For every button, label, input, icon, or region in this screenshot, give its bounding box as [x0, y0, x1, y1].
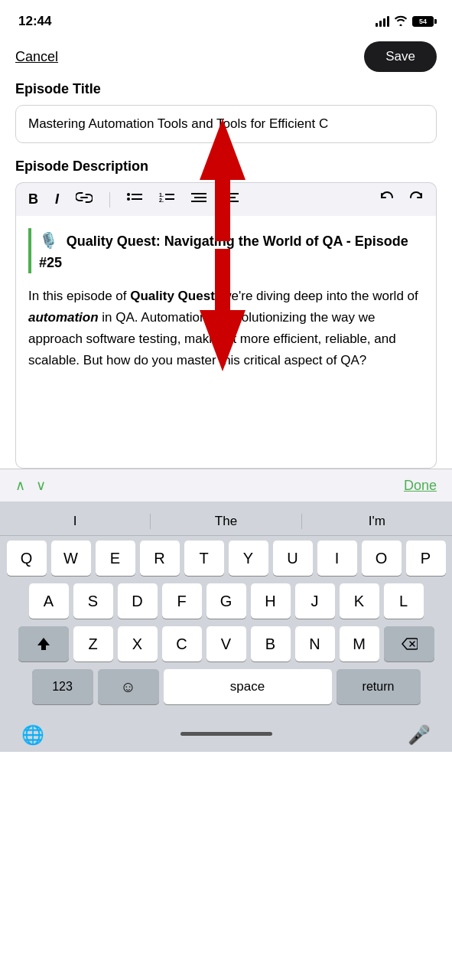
- episode-title-input[interactable]: [15, 105, 437, 143]
- svg-rect-10: [191, 201, 206, 202]
- shift-button[interactable]: [18, 626, 69, 662]
- description-editor[interactable]: 🎙️ Quality Quest: Navigating the World o…: [15, 216, 437, 469]
- svg-rect-6: [165, 194, 174, 195]
- nav-up-button[interactable]: ∧: [15, 477, 25, 494]
- delete-button[interactable]: [384, 626, 434, 662]
- return-button[interactable]: return: [337, 669, 421, 704]
- nav-down-button[interactable]: ∨: [36, 477, 46, 494]
- key-t[interactable]: T: [184, 541, 224, 576]
- unordered-list-button[interactable]: [124, 190, 145, 209]
- svg-text:1.: 1.: [159, 192, 164, 198]
- episode-heading: 🎙️ Quality Quest: Navigating the World o…: [28, 228, 424, 273]
- svg-point-1: [127, 198, 130, 201]
- episode-description-label: Episode Description: [15, 158, 437, 175]
- wifi-icon: [394, 15, 408, 28]
- rich-text-toolbar: B I: [15, 182, 437, 216]
- key-p[interactable]: P: [406, 541, 446, 576]
- body-text-1: In this episode of: [28, 289, 130, 303]
- toolbar-right: [376, 189, 427, 210]
- keyboard-rows: Q W E R T Y U I O P A S D F G H J K: [0, 536, 452, 715]
- description-body: In this episode of Quality Quest, we're …: [28, 286, 424, 371]
- key-h[interactable]: H: [251, 583, 291, 619]
- italic-button[interactable]: I: [52, 190, 62, 209]
- key-row-4: 123 ☺ space return: [3, 669, 449, 704]
- predictive-bar: I The I'm: [0, 508, 452, 536]
- key-s[interactable]: S: [73, 583, 113, 619]
- key-i[interactable]: I: [317, 541, 357, 576]
- done-button[interactable]: Done: [404, 478, 437, 494]
- battery-icon: 54: [412, 16, 434, 27]
- key-e[interactable]: E: [96, 541, 135, 576]
- key-b[interactable]: B: [251, 626, 291, 662]
- svg-marker-16: [37, 638, 50, 650]
- svg-point-0: [127, 193, 130, 196]
- home-indicator: [44, 727, 408, 743]
- body-italic-bold: automation: [28, 310, 99, 325]
- key-m[interactable]: M: [340, 626, 379, 662]
- toolbar-separator: [109, 192, 110, 207]
- key-f[interactable]: F: [162, 583, 202, 619]
- save-button[interactable]: Save: [364, 41, 437, 72]
- redo-button[interactable]: [405, 189, 427, 210]
- cancel-button[interactable]: Cancel: [15, 49, 58, 65]
- link-button[interactable]: [73, 190, 96, 209]
- undo-button[interactable]: [376, 189, 398, 210]
- key-w[interactable]: W: [51, 541, 91, 576]
- body-bold-1: Quality Quest: [130, 289, 215, 303]
- space-button[interactable]: space: [164, 669, 332, 704]
- outdent-button[interactable]: [220, 190, 242, 209]
- nav-arrows: ∧ ∨: [15, 477, 46, 494]
- key-row-3: Z X C V B N M: [3, 626, 449, 662]
- key-v[interactable]: V: [206, 626, 246, 662]
- key-a[interactable]: A: [29, 583, 69, 619]
- key-d[interactable]: D: [118, 583, 158, 619]
- svg-rect-9: [194, 197, 206, 198]
- predictive-word-3[interactable]: I'm: [302, 514, 452, 529]
- key-g[interactable]: G: [206, 583, 246, 619]
- bold-button[interactable]: B: [25, 190, 41, 209]
- key-row-2: A S D F G H J K L: [3, 583, 449, 619]
- svg-rect-3: [132, 198, 142, 200]
- predictive-word-2[interactable]: The: [151, 514, 301, 529]
- key-y[interactable]: Y: [229, 541, 268, 576]
- key-x[interactable]: X: [118, 626, 158, 662]
- key-z[interactable]: Z: [73, 626, 113, 662]
- key-j[interactable]: J: [295, 583, 335, 619]
- status-bar: 12:44 54: [0, 0, 452, 38]
- toolbar-left: B I: [25, 190, 242, 209]
- key-c[interactable]: C: [162, 626, 202, 662]
- key-l[interactable]: L: [384, 583, 424, 619]
- svg-rect-7: [165, 198, 174, 200]
- home-bar: [180, 732, 272, 736]
- svg-rect-2: [132, 194, 142, 195]
- globe-icon[interactable]: 🌐: [21, 724, 44, 746]
- key-n[interactable]: N: [295, 626, 335, 662]
- indent-button[interactable]: [188, 190, 210, 209]
- status-icons: 54: [376, 15, 434, 28]
- svg-rect-11: [223, 193, 239, 194]
- key-q[interactable]: Q: [7, 541, 47, 576]
- emoji-button[interactable]: ☺: [98, 669, 159, 704]
- signal-icon: [376, 16, 389, 27]
- form-content: Episode Title Episode Description B I: [0, 81, 452, 469]
- key-k[interactable]: K: [340, 583, 379, 619]
- key-u[interactable]: U: [273, 541, 313, 576]
- mic-emoji: 🎙️: [39, 232, 58, 249]
- svg-rect-8: [191, 193, 206, 194]
- key-r[interactable]: R: [140, 541, 180, 576]
- nav-bar: Cancel Save: [0, 38, 452, 81]
- episode-title-label: Episode Title: [15, 81, 437, 97]
- svg-text:2.: 2.: [159, 198, 164, 203]
- predictive-word-1[interactable]: I: [0, 514, 150, 529]
- ordered-list-button[interactable]: 1. 2.: [156, 190, 177, 209]
- numbers-button[interactable]: 123: [32, 669, 93, 704]
- heading-border: 🎙️ Quality Quest: Navigating the World o…: [28, 228, 424, 273]
- input-nav-bar: ∧ ∨ Done: [0, 469, 452, 501]
- keyboard: I The I'm Q W E R T Y U I O P A: [0, 501, 452, 752]
- key-o[interactable]: O: [362, 541, 402, 576]
- mic-icon[interactable]: 🎤: [408, 724, 431, 746]
- heading-text: Quality Quest: Navigating the World of Q…: [39, 234, 408, 270]
- svg-rect-13: [223, 201, 239, 202]
- bottom-bar: 🌐 🎤: [0, 715, 452, 752]
- status-time: 12:44: [18, 14, 51, 29]
